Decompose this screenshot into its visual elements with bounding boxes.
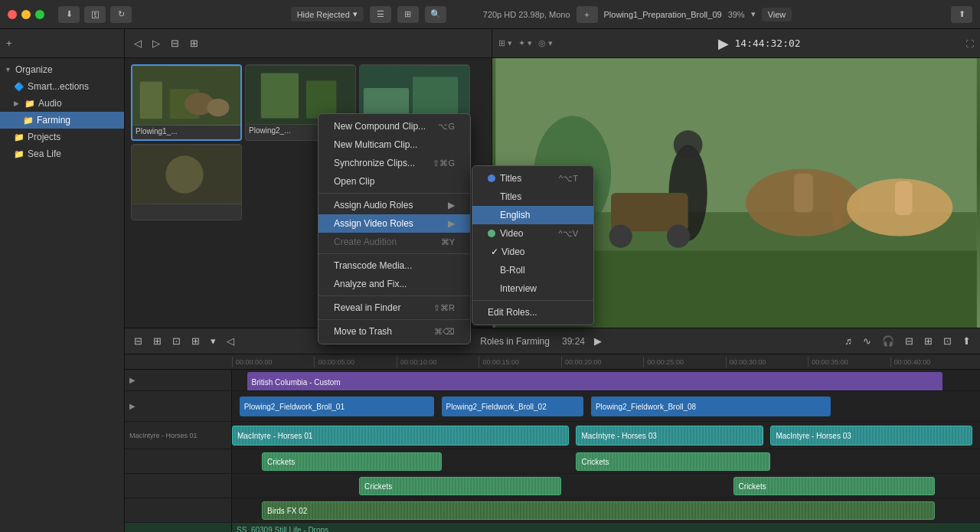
context-transcode[interactable]: Transcode Media...	[318, 256, 470, 275]
svg-rect-20	[832, 178, 842, 227]
ruler-tick-4: 00:00:20:00	[561, 357, 643, 367]
browser-layout1-btn[interactable]: ⊟	[168, 36, 182, 51]
audio-track-2-content[interactable]: Crickets Crickets	[232, 449, 980, 473]
timeline-audio-btn[interactable]: ♬	[841, 334, 855, 348]
new-multicam-label: New Multicam Clip...	[334, 139, 417, 150]
ruler-tick-8: 00:00:40:00	[890, 357, 972, 367]
key-icon[interactable]: ⚿	[84, 6, 106, 23]
audio-clip-2-1[interactable]: Crickets	[262, 452, 441, 471]
title-track-row: ▶ British Columbia - Custom	[125, 370, 980, 391]
download-icon[interactable]: ⬇	[58, 6, 80, 23]
fullscreen-button[interactable]	[35, 10, 44, 19]
viewer-options[interactable]: ⊞ ▾	[498, 38, 512, 48]
submenu-broll[interactable]: B-Roll	[472, 261, 593, 279]
audio-clip-1-2[interactable]: MacIntyre - Horses 03	[576, 426, 763, 446]
svg-rect-10	[413, 77, 458, 118]
titles-color-dot	[488, 175, 495, 182]
audio-track-2-row: Crickets Crickets	[125, 449, 980, 474]
submenu-video-check[interactable]: ✓ Video	[472, 243, 593, 261]
timeline-marker-btn[interactable]: ⊡	[169, 334, 184, 348]
timeline-mix-btn[interactable]: ⊟	[902, 334, 916, 348]
browser-clip-4[interactable]	[131, 144, 242, 220]
sidebar-add-icon[interactable]: +	[6, 38, 12, 49]
search-icon[interactable]: 🔍	[425, 6, 446, 23]
timeline-zoom-btn[interactable]: ⬆	[959, 334, 974, 348]
audio-clip-2-2[interactable]: Crickets	[576, 452, 770, 471]
bottom-clip-content[interactable]: SS_60309 Still Life - Drops	[232, 523, 980, 532]
view-button[interactable]: View	[762, 8, 792, 21]
svg-point-4	[207, 99, 229, 116]
timeline-arrow-btn[interactable]: ▾	[207, 334, 219, 348]
timeline-snap-btn[interactable]: ⊞	[150, 334, 165, 348]
trash-label: Move to Trash	[334, 326, 392, 337]
context-sync[interactable]: Synchronize Clips... ⇧⌘G	[318, 154, 470, 172]
play-button[interactable]: ▶	[718, 35, 729, 52]
video-clip-2[interactable]: Plowing2_Fieldwork_Broll_02	[442, 397, 584, 416]
assign-audio-arrow: ▶	[448, 200, 455, 211]
context-new-multicam[interactable]: New Multicam Clip...	[318, 135, 470, 154]
audio-clip-1-3[interactable]: MacIntyre - Horses 03	[770, 426, 972, 446]
grid-view-icon[interactable]: ⊞	[397, 6, 419, 23]
timeline-right-btn[interactable]: ▶	[591, 334, 605, 348]
organize-arrow: ▼	[5, 66, 12, 73]
submenu-video-main[interactable]: Video ^⌥V	[472, 224, 593, 243]
sidebar-item-farming[interactable]: 📁 Farming	[0, 112, 124, 129]
sidebar-item-organize[interactable]: ▼ Organize	[0, 61, 124, 78]
context-new-compound[interactable]: New Compound Clip... ⌥G	[318, 117, 470, 135]
timeline-headphone-btn[interactable]: 🎧	[879, 334, 897, 348]
hide-rejected-button[interactable]: Hide Rejected ▾	[291, 7, 364, 21]
submenu-edit-roles[interactable]: Edit Roles...	[472, 303, 593, 321]
audio-clip-4-1[interactable]: Birds FX 02	[262, 501, 935, 520]
close-button[interactable]	[8, 10, 17, 19]
audio-clip-1-1[interactable]: MacIntyre - Horses 01	[232, 426, 569, 446]
context-reveal[interactable]: Reveal in Finder ⇧⌘R	[318, 299, 470, 317]
list-view-icon[interactable]: ☰	[370, 6, 391, 23]
video-clip-3[interactable]: Plowing2_Fieldwork_Broll_08	[591, 397, 831, 416]
browser-back-btn[interactable]: ◁	[131, 36, 145, 51]
timeline-left-btn[interactable]: ◁	[224, 334, 237, 348]
title-track-content[interactable]: British Columbia - Custom	[232, 370, 980, 390]
sidebar-item-smart-collections[interactable]: 🔷 Smart...ections	[0, 78, 124, 95]
english-label: English	[488, 210, 530, 220]
sidebar-item-audio[interactable]: ▶ 📁 Audio	[0, 95, 124, 112]
title-clip[interactable]: British Columbia - Custom	[247, 372, 943, 390]
sidebar-item-projects[interactable]: 📁 Projects	[0, 129, 124, 145]
video-clip-1[interactable]: Plowing2_Fieldwork_Broll_01	[240, 397, 434, 416]
audio-clip-3-1[interactable]: Crickets	[359, 477, 561, 495]
minimize-button[interactable]	[21, 10, 31, 19]
submenu-titles-sub[interactable]: Titles	[472, 188, 593, 206]
add-icon[interactable]: +	[577, 6, 598, 23]
browser-forward-btn[interactable]: ▷	[149, 36, 163, 51]
context-analyze[interactable]: Analyze and Fix...	[318, 275, 470, 293]
viewer-adjust[interactable]: ◎ ▾	[538, 38, 553, 48]
audio-clip-3-2[interactable]: Crickets	[733, 477, 936, 495]
timeline-settings-btn[interactable]: ⊡	[940, 334, 955, 348]
browser-layout2-btn[interactable]: ⊞	[187, 36, 201, 51]
submenu-titles-main[interactable]: Titles ^⌥T	[472, 169, 593, 188]
context-create-audition[interactable]: Create Audition ⌘Y	[318, 233, 470, 251]
audio-wave-7	[734, 478, 935, 494]
submenu-interview[interactable]: Interview	[472, 279, 593, 298]
viewer-fullscreen[interactable]: ⛶	[965, 39, 974, 48]
timeline-wave-btn[interactable]: ∿	[860, 334, 874, 348]
timeline-layout-btn[interactable]: ⊞	[188, 334, 203, 348]
sealife-icon: 📁	[14, 149, 24, 159]
timeline-grid-btn[interactable]: ⊞	[921, 334, 936, 348]
submenu-english[interactable]: English	[472, 206, 593, 224]
audio-track-3-content[interactable]: Crickets Crickets	[232, 474, 980, 498]
video-track-content[interactable]: Plowing2_Fieldwork_Broll_01 Plowing2_Fie…	[232, 391, 980, 421]
viewer-transform[interactable]: ✦ ▾	[518, 38, 532, 48]
context-open-clip[interactable]: Open Clip	[318, 172, 470, 191]
context-assign-video[interactable]: Assign Video Roles ▶	[318, 214, 470, 233]
sidebar-item-sealife[interactable]: 📁 Sea Life	[0, 145, 124, 162]
context-assign-audio[interactable]: Assign Audio Roles ▶	[318, 196, 470, 214]
timeline-roles-label: Roles in Farming	[474, 336, 556, 347]
export-icon[interactable]: ⬆	[951, 6, 972, 23]
browser-clip-1[interactable]: Plowing1_...	[131, 64, 242, 141]
audio-track-4-content[interactable]: Birds FX 02	[232, 498, 980, 522]
context-trash[interactable]: Move to Trash ⌘⌫	[318, 322, 470, 341]
titles-main-shortcut: ^⌥T	[559, 174, 578, 184]
sync-icon[interactable]: ↻	[110, 6, 132, 23]
audio-track-1-content[interactable]: MacIntyre - Horses 01 MacIntyre - Horses…	[232, 422, 980, 449]
timeline-back-btn[interactable]: ⊟	[131, 334, 145, 348]
